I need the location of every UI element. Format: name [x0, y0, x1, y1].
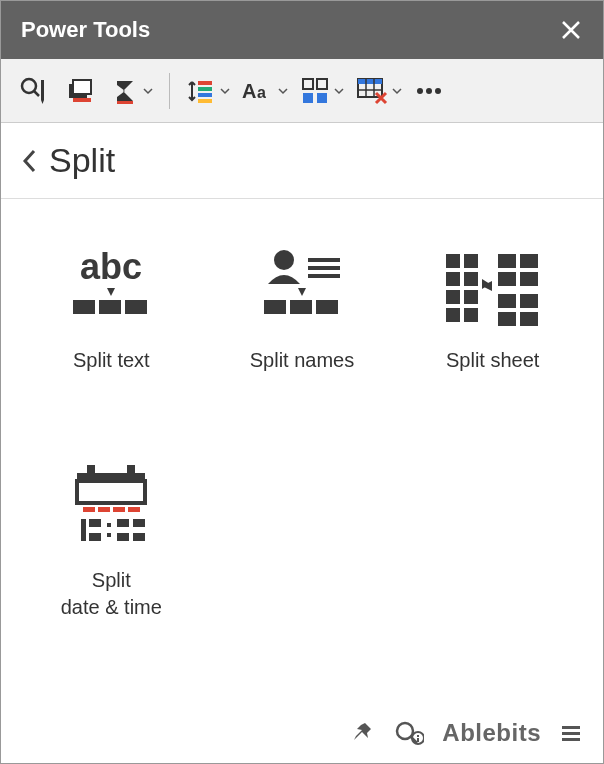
svg-point-31 [274, 250, 294, 270]
close-button[interactable] [559, 18, 583, 42]
svg-rect-69 [107, 533, 111, 537]
svg-rect-41 [446, 272, 460, 286]
chevron-down-icon [220, 86, 230, 96]
svg-rect-43 [446, 290, 460, 304]
chevron-down-icon [334, 86, 344, 96]
clear-button[interactable] [350, 71, 404, 111]
toolbar-separator [169, 73, 170, 109]
help-button[interactable] [394, 720, 424, 746]
svg-point-23 [417, 88, 423, 94]
dedupe-button[interactable] [59, 70, 101, 112]
tile-split-names[interactable]: Split names [212, 229, 393, 429]
smart-toolbar-button[interactable] [13, 70, 55, 112]
split-sheet-icon [438, 244, 548, 334]
svg-rect-6 [73, 98, 91, 102]
svg-rect-36 [264, 300, 286, 314]
svg-rect-68 [107, 523, 111, 527]
svg-marker-35 [298, 288, 306, 296]
svg-rect-60 [77, 481, 145, 503]
text-case-button[interactable]: A a [236, 72, 290, 110]
svg-rect-81 [562, 738, 580, 741]
breadcrumb-label: Split [49, 141, 115, 180]
more-button[interactable] [408, 70, 450, 112]
search-info-icon [394, 720, 424, 746]
tile-split-date-time[interactable]: Split date & time [21, 449, 202, 649]
pin-icon [350, 720, 376, 746]
svg-rect-50 [520, 254, 538, 268]
text-case-icon: A a [242, 78, 274, 104]
sigma-button[interactable] [105, 71, 155, 111]
svg-rect-54 [520, 294, 538, 308]
svg-rect-80 [562, 732, 580, 735]
grid-tool-button[interactable] [294, 70, 346, 112]
svg-rect-45 [446, 308, 460, 322]
more-icon [414, 76, 444, 106]
svg-marker-27 [107, 288, 115, 296]
tile-label: Split names [250, 347, 355, 374]
grid-icon [300, 76, 330, 106]
hamburger-icon [559, 721, 583, 745]
svg-text:abc: abc [80, 246, 142, 287]
svg-rect-51 [498, 272, 516, 286]
svg-rect-38 [316, 300, 338, 314]
tile-label: Split sheet [446, 347, 539, 374]
svg-rect-64 [128, 507, 140, 512]
sigma-icon [111, 77, 139, 105]
svg-rect-33 [308, 266, 340, 270]
svg-rect-9 [198, 87, 212, 91]
svg-rect-62 [98, 507, 110, 512]
svg-rect-63 [113, 507, 125, 512]
svg-rect-37 [290, 300, 312, 314]
toolbar: A a [1, 59, 603, 123]
split-names-icon [252, 244, 352, 334]
app-title: Power Tools [21, 17, 150, 43]
svg-rect-14 [303, 79, 313, 89]
svg-rect-2 [41, 80, 44, 100]
svg-rect-49 [498, 254, 516, 268]
svg-marker-3 [41, 100, 44, 104]
chevron-left-icon [21, 147, 39, 175]
chevron-down-icon [392, 86, 402, 96]
svg-rect-34 [308, 274, 340, 278]
svg-rect-30 [125, 300, 147, 314]
menu-button[interactable] [559, 721, 583, 745]
svg-rect-70 [117, 519, 129, 527]
svg-rect-66 [89, 519, 101, 527]
chevron-down-icon [278, 86, 288, 96]
svg-rect-42 [464, 272, 478, 286]
svg-rect-11 [198, 99, 212, 103]
tile-label: Split text [73, 347, 150, 374]
back-breadcrumb[interactable]: Split [1, 123, 603, 199]
tile-grid: abc Split text Split names [1, 199, 603, 703]
svg-text:A: A [242, 80, 256, 102]
svg-point-0 [22, 79, 36, 93]
svg-rect-44 [464, 290, 478, 304]
tile-label: Split date & time [61, 567, 162, 621]
svg-rect-7 [117, 101, 133, 104]
svg-rect-17 [317, 93, 327, 103]
svg-rect-72 [133, 519, 145, 527]
tile-split-text[interactable]: abc Split text [21, 229, 202, 429]
svg-rect-79 [562, 726, 580, 729]
pin-button[interactable] [350, 720, 376, 746]
svg-rect-15 [317, 79, 327, 89]
brand-label: Ablebits [442, 719, 541, 747]
tile-split-sheet[interactable]: Split sheet [402, 229, 583, 429]
svg-rect-53 [498, 294, 516, 308]
sort-button[interactable] [180, 70, 232, 112]
svg-rect-77 [417, 735, 419, 737]
table-x-icon [356, 77, 388, 105]
sort-icon [186, 76, 216, 106]
stack-icon [65, 76, 95, 106]
svg-point-24 [426, 88, 432, 94]
svg-point-74 [397, 723, 413, 739]
svg-rect-32 [308, 258, 340, 262]
svg-rect-52 [520, 272, 538, 286]
svg-rect-8 [198, 81, 212, 85]
svg-rect-19 [358, 79, 382, 84]
titlebar: Power Tools [1, 1, 603, 59]
svg-rect-29 [99, 300, 121, 314]
svg-rect-78 [417, 738, 419, 742]
svg-rect-71 [117, 533, 129, 541]
split-text-icon: abc [61, 244, 161, 334]
